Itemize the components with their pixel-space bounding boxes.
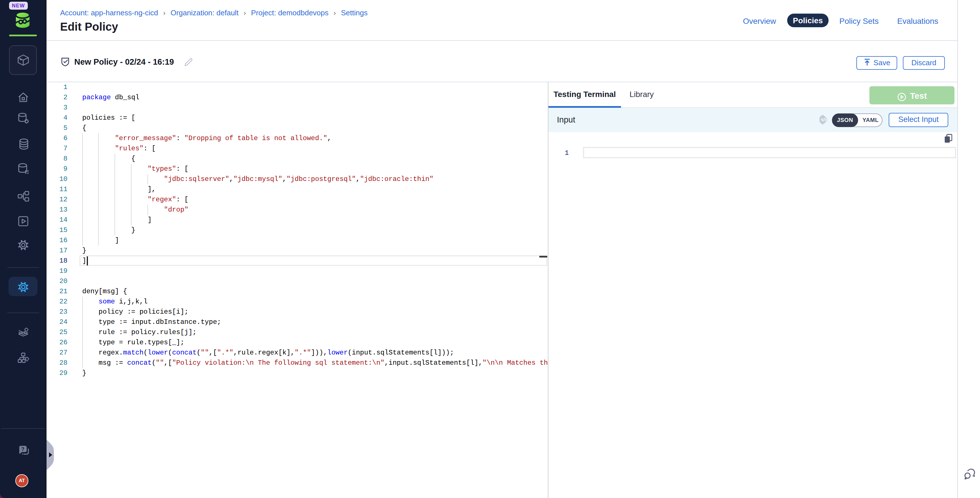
svg-text:?: ? [21, 446, 24, 452]
